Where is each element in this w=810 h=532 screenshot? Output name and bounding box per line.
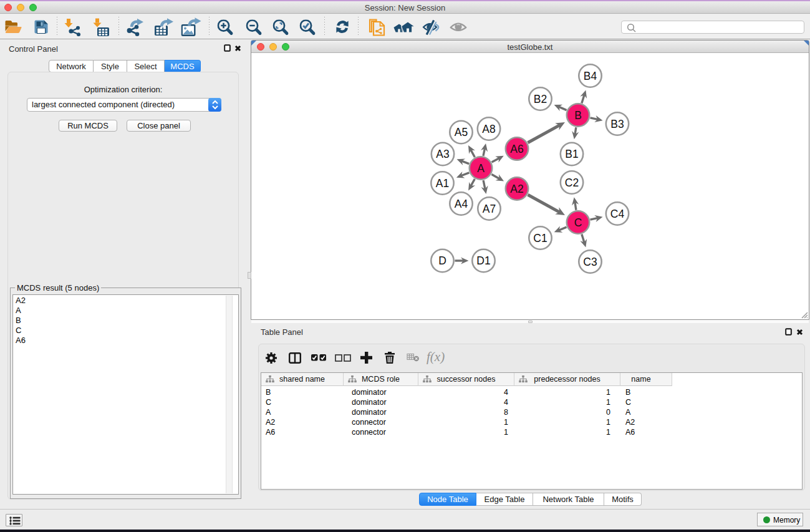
svg-text:B1: B1 <box>565 148 578 160</box>
svg-text:A6: A6 <box>510 143 523 155</box>
svg-text:C: C <box>574 216 582 229</box>
svg-text:A5: A5 <box>455 126 468 138</box>
svg-text:A2: A2 <box>510 183 523 195</box>
svg-text:C2: C2 <box>565 177 579 189</box>
svg-text:B3: B3 <box>610 118 624 130</box>
svg-text:B: B <box>574 109 582 122</box>
svg-text:A: A <box>477 162 485 175</box>
svg-text:A1: A1 <box>436 177 449 190</box>
svg-text:D1: D1 <box>476 254 490 267</box>
svg-text:B4: B4 <box>584 70 597 82</box>
svg-text:D: D <box>438 254 446 267</box>
svg-text:C3: C3 <box>583 256 597 268</box>
svg-text:A8: A8 <box>482 123 495 135</box>
svg-text:B2: B2 <box>534 93 547 105</box>
svg-text:A7: A7 <box>483 203 496 215</box>
svg-text:C4: C4 <box>610 208 625 220</box>
svg-text:C1: C1 <box>533 232 547 244</box>
svg-text:A3: A3 <box>436 148 449 160</box>
svg-text:A4: A4 <box>455 198 468 210</box>
